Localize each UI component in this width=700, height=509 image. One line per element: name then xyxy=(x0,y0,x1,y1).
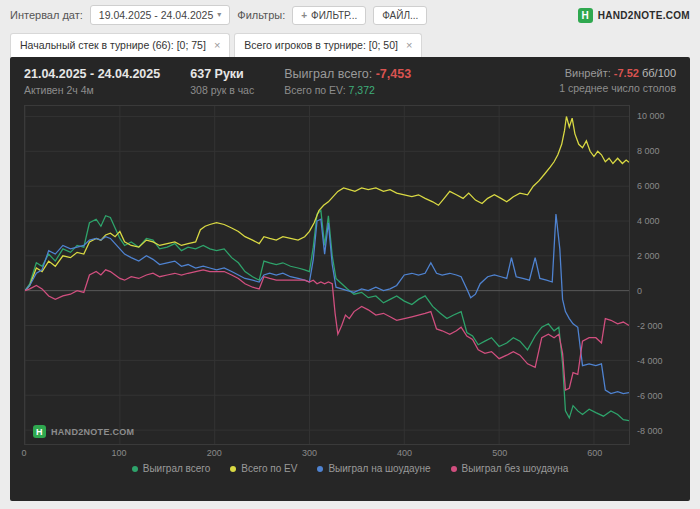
legend-dot-icon xyxy=(230,466,236,472)
x-tick-label: 600 xyxy=(587,448,602,458)
report-panel: 21.04.2025 - 24.04.2025 Активен 2ч 4м 63… xyxy=(10,57,690,501)
legend-label: Выиграл без шоудауна xyxy=(462,463,569,474)
x-tick-label: 300 xyxy=(302,448,317,458)
y-tick-label: -4 000 xyxy=(637,356,663,366)
filter-tab-players[interactable]: Всего игроков в турнире: [0; 50] × xyxy=(234,33,422,57)
y-tick-label: -6 000 xyxy=(637,391,663,401)
hand2note-logo-icon: H xyxy=(578,8,593,23)
winrate-line: Винрейт: -7.52 бб/100 xyxy=(559,67,676,79)
hands-per-hour: 308 рук в час xyxy=(190,84,254,96)
filter-tab-stack[interactable]: Начальный стек в турнире (66): [0; 75] × xyxy=(10,33,230,57)
won-total-line: Выиграл всего: -7,453 xyxy=(284,67,411,81)
legend-dot-icon xyxy=(132,466,138,472)
y-tick-label: 2 000 xyxy=(637,251,660,261)
legend-label: Выиграл всего xyxy=(143,463,211,474)
legend-item[interactable]: Выиграл без шоудауна xyxy=(451,463,569,474)
chart-plot[interactable]: H HAND2NOTE.COM xyxy=(24,105,630,445)
won-total-value: -7,453 xyxy=(376,67,411,81)
ev-label: Всего по EV: xyxy=(284,84,345,96)
date-range-dropdown[interactable]: 19.04.2025 - 24.04.2025 ▾ xyxy=(90,5,230,25)
y-tick-label: 0 xyxy=(637,286,642,296)
filter-tab-label: Всего игроков в турнире: [0; 50] xyxy=(244,39,398,51)
y-axis-labels: 10 0008 0006 0004 0002 0000-2 000-4 000-… xyxy=(630,105,676,445)
winrate-value: -7.52 xyxy=(614,67,639,79)
chart-watermark: H HAND2NOTE.COM xyxy=(33,425,134,438)
legend-label: Всего по EV xyxy=(241,463,297,474)
chart-legend: Выиграл всегоВсего по EVВыиграл на шоуда… xyxy=(24,463,676,474)
close-icon[interactable]: × xyxy=(214,40,220,51)
y-tick-label: -8 000 xyxy=(637,426,663,436)
file-button-label: ФАЙЛ... xyxy=(382,10,418,21)
x-axis-labels: 0100200300400500600 xyxy=(24,445,630,459)
panel-date-range: 21.04.2025 - 24.04.2025 xyxy=(24,67,160,81)
active-time: Активен 2ч 4м xyxy=(24,84,160,96)
winrate-unit: бб/100 xyxy=(642,67,676,79)
filters-label: Фильтры: xyxy=(237,9,285,21)
brand-text: HAND2NOTE.COM xyxy=(598,10,690,21)
y-tick-label: 6 000 xyxy=(637,181,660,191)
winrate-group: Винрейт: -7.52 бб/100 1 среднее число ст… xyxy=(559,67,676,94)
y-tick-label: 8 000 xyxy=(637,146,660,156)
legend-item[interactable]: Выиграл всего xyxy=(132,463,211,474)
won-total-label: Выиграл всего: xyxy=(284,67,372,81)
watermark-text: HAND2NOTE.COM xyxy=(51,427,134,437)
close-icon[interactable]: × xyxy=(406,40,412,51)
legend-dot-icon xyxy=(317,466,323,472)
y-tick-label: 4 000 xyxy=(637,216,660,226)
file-button[interactable]: ФАЙЛ... xyxy=(373,6,427,25)
y-tick-label: 10 000 xyxy=(637,111,665,121)
chart-canvas xyxy=(25,106,629,444)
add-filter-button[interactable]: + ФИЛЬТР... xyxy=(292,6,366,25)
ev-value: 7,372 xyxy=(349,84,375,96)
x-tick-label: 200 xyxy=(207,448,222,458)
hand2note-logo-icon: H xyxy=(33,425,46,438)
chart-area: H HAND2NOTE.COM 0100200300400500600 10 0… xyxy=(24,105,676,459)
legend-dot-icon xyxy=(451,466,457,472)
date-range-value: 19.04.2025 - 24.04.2025 xyxy=(99,9,213,21)
legend-item[interactable]: Выиграл на шоудауне xyxy=(317,463,430,474)
top-toolbar: Интервал дат: 19.04.2025 - 24.04.2025 ▾ … xyxy=(0,0,700,30)
interval-label: Интервал дат: xyxy=(10,9,83,21)
x-tick-label: 400 xyxy=(397,448,412,458)
date-range-group: 21.04.2025 - 24.04.2025 Активен 2ч 4м xyxy=(24,67,160,96)
legend-label: Выиграл на шоудауне xyxy=(328,463,430,474)
winrate-label: Винрейт: xyxy=(565,67,611,79)
hands-count: 637 Руки xyxy=(190,67,254,81)
legend-item[interactable]: Всего по EV xyxy=(230,463,297,474)
brand: H HAND2NOTE.COM xyxy=(578,8,690,23)
filter-tabs: Начальный стек в турнире (66): [0; 75] ×… xyxy=(0,30,700,57)
x-tick-label: 100 xyxy=(112,448,127,458)
x-tick-label: 0 xyxy=(21,448,26,458)
x-tick-label: 500 xyxy=(492,448,507,458)
plus-icon: + xyxy=(301,10,307,21)
add-filter-button-label: ФИЛЬТР... xyxy=(311,10,357,21)
hands-group: 637 Руки 308 рук в час xyxy=(190,67,254,96)
avg-tables: 1 среднее число столов xyxy=(559,82,676,94)
chevron-down-icon: ▾ xyxy=(217,11,221,19)
winnings-group: Выиграл всего: -7,453 Всего по EV: 7,372 xyxy=(284,67,411,96)
panel-header: 21.04.2025 - 24.04.2025 Активен 2ч 4м 63… xyxy=(24,67,676,96)
y-tick-label: -2 000 xyxy=(637,321,663,331)
ev-line: Всего по EV: 7,372 xyxy=(284,84,411,96)
filter-tab-label: Начальный стек в турнире (66): [0; 75] xyxy=(20,39,206,51)
